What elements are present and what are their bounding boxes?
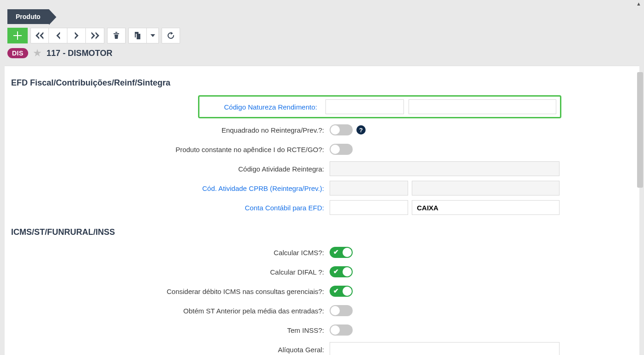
caret-up-icon[interactable]: ▲ (636, 1, 641, 6)
conta-contabil-label[interactable]: Conta Contábil para EFD: (11, 204, 330, 212)
obtem-st-toggle[interactable] (330, 305, 353, 316)
chevron-left-icon (55, 32, 61, 39)
help-icon[interactable]: ? (356, 125, 366, 135)
considerar-debito-toggle[interactable]: ✔ (330, 286, 353, 297)
apendice-rcte-toggle[interactable] (330, 144, 353, 155)
cod-atividade-cprb-desc (412, 181, 560, 196)
delete-button[interactable] (107, 28, 126, 43)
calcular-icms-label: Calcular ICMS?: (11, 249, 330, 257)
copy-icon (134, 32, 141, 39)
codigo-natureza-highlight: Código Natureza Rendimento: (198, 95, 561, 118)
codigo-natureza-input[interactable] (326, 100, 421, 114)
codigo-atividade-reintegra-input (330, 161, 560, 176)
trash-icon (113, 32, 120, 39)
calcular-icms-toggle[interactable]: ✔ (330, 247, 353, 258)
obtem-st-label: Obtém ST Anterior pela média das entrada… (11, 307, 330, 315)
refresh-icon (167, 31, 175, 40)
chevrons-right-icon (90, 32, 100, 39)
plus-icon (13, 31, 22, 40)
first-button[interactable] (30, 28, 49, 43)
cod-atividade-cprb-input (330, 181, 425, 195)
chevron-right-icon (74, 32, 79, 39)
codigo-natureza-desc[interactable] (409, 99, 556, 114)
conta-contabil-desc[interactable] (412, 200, 560, 215)
codigo-natureza-lookup[interactable] (325, 99, 404, 114)
copy-button[interactable] (128, 28, 147, 43)
next-button[interactable] (67, 28, 86, 43)
apendice-rcte-label: Produto constante no apêndice I do RCTE/… (11, 146, 330, 153)
form-panel: EFD Fiscal/Contribuições/Reinf/Sintegra … (5, 66, 639, 355)
aliquota-geral-label: Alíquota Geral: (11, 346, 330, 354)
codigo-natureza-label[interactable]: Código Natureza Rendimento: (203, 103, 321, 111)
enquadrado-reintegra-label: Enquadrado no Reintegra/Prev.?: (11, 126, 330, 134)
icms-section-title: ICMS/ST/FUNRURAL/INSS (11, 227, 633, 237)
caret-down-icon (150, 34, 155, 37)
favorite-star-icon[interactable]: ★ (33, 47, 42, 59)
last-button[interactable] (86, 28, 104, 43)
tem-inss-label: Tem INSS?: (11, 326, 330, 334)
tem-inss-toggle[interactable] (330, 324, 353, 336)
page-title: 117 - DISMOTOR (47, 49, 113, 58)
calcular-difal-toggle[interactable]: ✔ (330, 266, 353, 277)
calcular-difal-label: Calcular DIFAL ?: (11, 268, 330, 276)
cod-atividade-cprb-label[interactable]: Cód. Atividade CPRB (Reintegra/Prev.): (11, 184, 330, 192)
conta-contabil-input[interactable] (330, 201, 425, 214)
considerar-debito-label: Considerar débito ICMS nas consultas ger… (11, 288, 330, 295)
aliquota-geral-input[interactable] (330, 342, 560, 355)
prev-button[interactable] (49, 28, 67, 43)
enquadrado-reintegra-toggle[interactable] (330, 124, 353, 135)
chevrons-left-icon (35, 32, 44, 39)
toolbar (0, 28, 644, 47)
company-badge: DIS (7, 48, 28, 58)
efd-section-title: EFD Fiscal/Contribuições/Reinf/Sintegra (11, 78, 633, 88)
refresh-button[interactable] (162, 28, 180, 43)
copy-dropdown-button[interactable] (147, 28, 159, 43)
codigo-atividade-reintegra-label: Código Atividade Reintegra: (11, 165, 330, 173)
vertical-scrollbar[interactable] (637, 72, 643, 188)
cod-atividade-cprb-lookup (330, 181, 408, 196)
conta-contabil-lookup[interactable] (330, 200, 408, 215)
add-button[interactable] (7, 28, 28, 43)
breadcrumb[interactable]: Produto (7, 9, 49, 24)
